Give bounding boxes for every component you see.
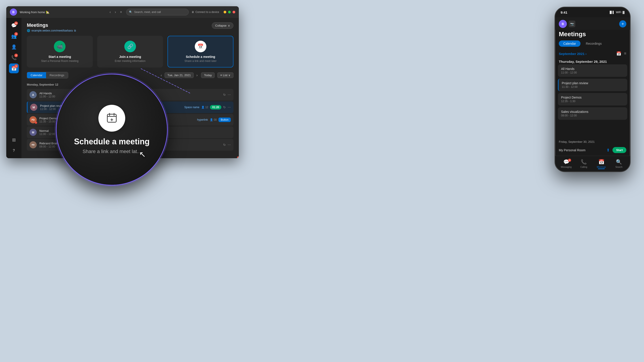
phone-meetings-title: Meetings [559,31,626,38]
nav-forward[interactable]: › [113,9,117,15]
zoom-desc: Share a link and meet lat... [74,149,150,154]
phone-meeting-project-plan[interactable]: Project plan review 11:30 - 12:00 [558,79,627,91]
meeting-avatar-normal: M [30,129,37,136]
search-nav-label: Search [616,166,622,168]
sidebar: 💬 10 👥 4 👤 📞 3 📅 1 ⊞ ? [6,18,22,158]
phone-meeting-time-pd: 12:35 - 1:30 [561,100,624,103]
join-meeting-card[interactable]: 🔗 Join a meeting Enter meeting informati… [97,36,163,67]
phone-camera-icon[interactable]: 📷 [569,20,575,27]
more-icon[interactable]: ⋯ [228,93,231,96]
mobile-phone: 9:41 ▐▌▌ WiFi ▓ B 📷 + Meetings Calendar … [554,7,630,172]
phone-meeting-all-hands[interactable]: All Hands 11:00 - 12:00 [558,64,627,77]
view-tabs: Calendar Recordings [27,72,68,78]
phone-header: B 📷 + [555,17,630,30]
phone-meeting-project-demos[interactable]: Project Demos 12:35 - 1:30 [558,93,627,105]
window-controls [224,11,235,13]
start-meeting-title: Start a meeting [48,55,71,58]
tab-calendar[interactable]: Calendar [27,72,46,78]
sidebar-item-help[interactable]: ? [9,146,19,156]
messages-badge: 10 [14,21,18,25]
today-button[interactable]: Today [201,72,215,78]
phone-nav-meetings[interactable]: 📅 Meetings [592,159,610,168]
close-button[interactable] [232,11,235,13]
phone-meeting-list: All Hands 11:00 - 12:00 Project plan rev… [555,64,630,138]
phone-date-header: Thursday, September 29, 2021 [555,58,630,64]
minimize-button[interactable] [224,11,226,13]
phone-meeting-sales-viz[interactable]: Sales visualizations 08:00 - 12:00 [558,107,627,120]
share-icon[interactable]: ⬆ [606,148,610,153]
nav-controls: ‹ › + [108,9,124,15]
calls-badge: 3 [14,54,18,57]
sidebar-item-meetings[interactable]: 📅 1 [9,63,19,73]
button-tag[interactable]: Button [218,117,231,122]
meeting-actions: 📹 Start a meeting Start a Personal Room … [22,36,239,72]
next-date-button[interactable]: › [196,72,198,78]
title-bar: B Working from home 🏡 ‹ › + 🔍 Search, me… [6,6,239,18]
copy-icon[interactable]: ⧉ [74,29,76,32]
sidebar-item-teams[interactable]: 👥 4 [9,31,19,41]
meeting-row-actions-rebrand: ↻ ⋯ [223,143,231,147]
phone-view-tabs: Calendar Recordings [559,40,626,47]
phone-frame: 9:41 ▐▌▌ WiFi ▓ B 📷 + Meetings Calendar … [554,7,630,172]
refresh-icon3[interactable]: ↻ [223,143,226,147]
meetings-title: Meetings [27,22,76,28]
phone-add-button[interactable]: + [619,20,626,27]
calling-nav-label: Calling [580,166,587,168]
help-icon: ? [13,149,15,153]
start-meeting-button[interactable]: Start [612,147,626,153]
start-meeting-card[interactable]: 📹 Start a meeting Start a Personal Room … [27,36,93,67]
meetings-url-text[interactable]: example.webex.com/meet/barbara [32,29,73,32]
sidebar-item-messages[interactable]: 💬 10 [9,20,19,30]
phone-view-icons: 📅 ≡ [616,51,626,56]
phone-personal-room: My Personal Room ⬆ Start [555,144,630,156]
phone-nav-calling[interactable]: 📞 Calling [575,159,593,168]
phone-month-display[interactable]: September 2021 › [559,52,586,56]
phone-title-section: Meetings Calendar Recordings [555,30,630,49]
chevron-down-icon: ∨ [228,24,230,27]
sidebar-item-calls[interactable]: 📞 3 [9,53,19,62]
connect-device-button[interactable]: 🖥 Connect to a device [192,10,219,14]
sidebar-item-contacts[interactable]: 👤 [9,42,19,52]
tab-recordings[interactable]: Recordings [46,72,68,78]
phone-month-nav: September 2021 › 📅 ≡ [555,49,630,58]
prev-date-button[interactable]: ‹ [160,72,162,78]
zoom-title: Schedule a meeting [74,137,150,146]
phone-user-avatar[interactable]: B [559,20,567,28]
phone-nav-messaging[interactable]: 💬 3 Messaging [558,159,575,168]
list-view-icon[interactable]: ≡ [624,51,626,56]
nav-back[interactable]: ‹ [108,9,112,15]
phone-nav-search[interactable]: 🔍 Search [610,159,628,168]
phone-status-bar: 9:41 ▐▌▌ WiFi ▓ [555,7,630,17]
phone-tab-calendar[interactable]: Calendar [559,40,580,47]
sidebar-item-integrations[interactable]: ⊞ [9,135,19,145]
refresh-icon[interactable]: ↻ [223,93,226,96]
more-icon3[interactable]: ⋯ [228,143,231,147]
messaging-nav-label: Messaging [561,166,572,168]
phone-personal-room-label: My Personal Room [559,148,586,152]
start-meeting-desc: Start a Personal Room meeting [41,59,78,62]
search-bar[interactable]: 🔍 Search, meet, and call [126,9,189,15]
meeting-avatar-project-demos: PD [30,116,37,123]
calendar-grid-icon[interactable]: 📅 [616,51,621,56]
phone-tab-recordings[interactable]: Recordings [582,40,606,47]
nav-new-tab[interactable]: + [119,9,124,15]
list-view-button[interactable]: ≡ List ∨ [217,72,234,78]
meetings-title-group: Meetings 🌐 example.webex.com/meet/barbar… [27,22,76,32]
phone-time: 9:41 [560,10,567,14]
battery-icon: ▓ [622,11,624,14]
maximize-button[interactable] [228,11,231,13]
more-icon2[interactable]: ⋯ [228,105,231,109]
join-timer[interactable]: 01:20 [210,105,222,109]
start-meeting-icon: 📹 [54,41,66,52]
space-name-link[interactable]: Space name [184,106,199,109]
attendees-count: 👤 12 [201,106,208,109]
refresh-icon2[interactable]: ↻ [223,105,226,109]
schedule-meeting-card[interactable]: 📅 Schedule a meeting Share a link and me… [168,36,234,67]
chevron-right-icon: › [586,52,586,56]
user-avatar[interactable]: B [10,8,17,16]
hyperlink-link[interactable]: hyperlink [197,118,208,121]
zoom-schedule-icon [98,105,125,132]
collapse-button[interactable]: Collapse ∨ [212,22,234,29]
phone-meeting-name-pd: Project Demos [561,96,624,99]
signal-bars-icon: ▐▌▌ [609,11,615,14]
